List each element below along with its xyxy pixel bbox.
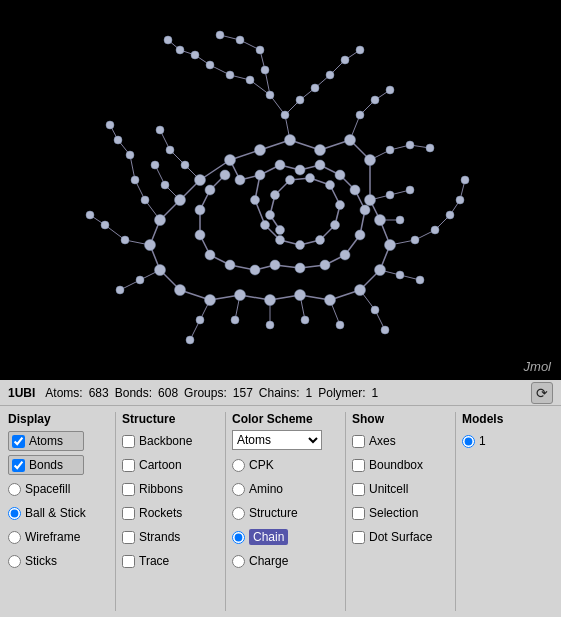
cartoon-checkbox[interactable] (122, 459, 135, 472)
chain-radio-label[interactable]: Chain (232, 529, 288, 545)
amino-radio[interactable] (232, 483, 245, 496)
svg-point-143 (340, 250, 350, 260)
models-panel: Models 1 (456, 412, 536, 611)
bonds-label: Bonds: (115, 386, 152, 400)
boundbox-checkbox[interactable] (352, 459, 365, 472)
svg-point-173 (386, 86, 394, 94)
svg-point-196 (191, 51, 199, 59)
svg-point-191 (116, 286, 124, 294)
structure-radio[interactable] (232, 507, 245, 520)
ball-stick-radio-label[interactable]: Ball & Stick (8, 506, 86, 520)
sticks-radio[interactable] (8, 555, 21, 568)
amino-label: Amino (249, 482, 283, 496)
spacefill-radio[interactable] (8, 483, 21, 496)
svg-point-168 (266, 91, 274, 99)
ball-stick-radio[interactable] (8, 507, 21, 520)
svg-point-160 (336, 201, 345, 210)
dot-surface-checkbox[interactable] (352, 531, 365, 544)
svg-point-204 (406, 141, 414, 149)
strands-checkbox[interactable] (122, 531, 135, 544)
backbone-checkbox[interactable] (122, 435, 135, 448)
amino-radio-label[interactable]: Amino (232, 482, 283, 496)
charge-radio-label[interactable]: Charge (232, 554, 288, 568)
ribbons-checkbox-label[interactable]: Ribbons (122, 482, 183, 496)
axes-checkbox[interactable] (352, 435, 365, 448)
cpk-radio[interactable] (232, 459, 245, 472)
sticks-radio-label[interactable]: Sticks (8, 554, 57, 568)
spacefill-radio-label[interactable]: Spacefill (8, 482, 70, 496)
display-title: Display (8, 412, 109, 426)
svg-point-216 (356, 46, 364, 54)
svg-point-187 (381, 326, 389, 334)
groups-value: 157 (233, 386, 253, 400)
unitcell-checkbox-label[interactable]: Unitcell (352, 482, 408, 496)
show-title: Show (352, 412, 449, 426)
rockets-checkbox-label[interactable]: Rockets (122, 506, 182, 520)
svg-point-181 (126, 151, 134, 159)
svg-point-192 (181, 161, 189, 169)
svg-point-133 (175, 195, 186, 206)
svg-point-177 (121, 236, 129, 244)
svg-point-205 (426, 144, 434, 152)
structure-radio-label[interactable]: Structure (232, 506, 298, 520)
svg-point-174 (411, 236, 419, 244)
color-scheme-select[interactable]: Atoms (232, 430, 322, 450)
rockets-checkbox[interactable] (122, 507, 135, 520)
status-bar: 1UBI Atoms: 683 Bonds: 608 Groups: 157 C… (0, 380, 561, 406)
selection-checkbox-label[interactable]: Selection (352, 506, 418, 520)
trace-checkbox[interactable] (122, 555, 135, 568)
svg-point-209 (231, 316, 239, 324)
svg-point-146 (270, 260, 280, 270)
trace-label: Trace (139, 554, 169, 568)
svg-point-193 (166, 146, 174, 154)
svg-point-170 (226, 71, 234, 79)
atoms-checkbox[interactable] (12, 435, 25, 448)
backbone-checkbox-label[interactable]: Backbone (122, 434, 192, 448)
svg-point-221 (106, 121, 114, 129)
svg-point-119 (365, 195, 376, 206)
svg-point-218 (461, 176, 469, 184)
wireframe-label: Wireframe (25, 530, 80, 544)
svg-point-153 (220, 170, 230, 180)
svg-point-189 (186, 336, 194, 344)
ribbons-checkbox[interactable] (122, 483, 135, 496)
bonds-checkbox-label[interactable]: Bonds (8, 455, 84, 475)
refresh-button[interactable]: ⟳ (531, 382, 553, 404)
model-1-radio-label[interactable]: 1 (462, 434, 486, 448)
atoms-value: 683 (89, 386, 109, 400)
wireframe-radio-label[interactable]: Wireframe (8, 530, 80, 544)
atoms-checkbox-label[interactable]: Atoms (8, 431, 84, 451)
svg-point-203 (386, 146, 394, 154)
svg-point-147 (250, 265, 260, 275)
pdb-id: 1UBI (8, 386, 35, 400)
boundbox-checkbox-label[interactable]: Boundbox (352, 458, 423, 472)
unitcell-checkbox[interactable] (352, 483, 365, 496)
svg-point-169 (246, 76, 254, 84)
svg-point-152 (205, 185, 215, 195)
unitcell-label: Unitcell (369, 482, 408, 496)
cartoon-label: Cartoon (139, 458, 182, 472)
charge-radio[interactable] (232, 555, 245, 568)
dot-surface-label: Dot Surface (369, 530, 432, 544)
dot-surface-checkbox-label[interactable]: Dot Surface (352, 530, 432, 544)
cpk-radio-label[interactable]: CPK (232, 458, 274, 472)
svg-point-214 (216, 31, 224, 39)
display-panel: Display Atoms Bonds Spacefill Ball & Sti… (8, 412, 116, 611)
svg-point-213 (236, 36, 244, 44)
rockets-label: Rockets (139, 506, 182, 520)
svg-point-114 (255, 145, 266, 156)
svg-point-172 (371, 96, 379, 104)
svg-point-220 (114, 136, 122, 144)
bonds-checkbox[interactable] (12, 459, 25, 472)
model-1-label: 1 (479, 434, 486, 448)
cartoon-checkbox-label[interactable]: Cartoon (122, 458, 182, 472)
model-1-radio[interactable] (462, 435, 475, 448)
chain-radio[interactable] (232, 531, 245, 544)
selection-checkbox[interactable] (352, 507, 365, 520)
trace-checkbox-label[interactable]: Trace (122, 554, 169, 568)
bonds-label: Bonds (29, 458, 63, 472)
wireframe-radio[interactable] (8, 531, 21, 544)
axes-checkbox-label[interactable]: Axes (352, 434, 396, 448)
strands-checkbox-label[interactable]: Strands (122, 530, 180, 544)
svg-point-124 (325, 295, 336, 306)
